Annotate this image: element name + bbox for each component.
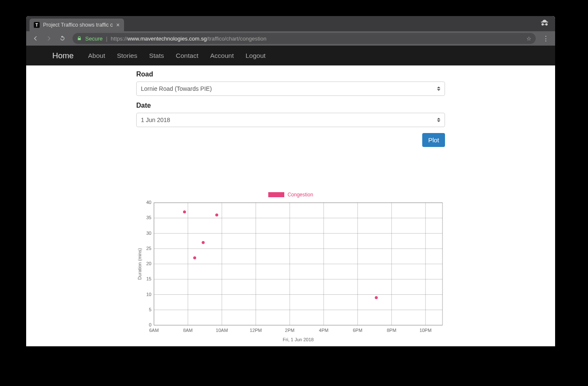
svg-text:4PM: 4PM (319, 328, 329, 333)
close-tab-icon[interactable]: × (116, 22, 120, 28)
svg-text:40: 40 (146, 200, 151, 205)
svg-text:Fri, 1 Jun 2018: Fri, 1 Jun 2018 (283, 337, 313, 342)
svg-text:8PM: 8PM (387, 328, 396, 333)
svg-point-40 (193, 256, 196, 259)
svg-text:10AM: 10AM (216, 328, 228, 333)
chevron-updown-icon (436, 117, 441, 123)
favicon-icon: T (34, 22, 40, 28)
browser-tab-strip: T Project Traffico shows traffic c × (26, 16, 555, 31)
chart-legend: Congestion (136, 192, 445, 198)
address-bar[interactable]: Secure | https://www.maventechnologies.c… (73, 33, 536, 44)
url-text: https://www.maventechnologies.com.sg/tra… (111, 35, 267, 42)
chart-container: Congestion 05101520253035406AM8AM10AM12P… (136, 147, 445, 344)
road-select-value: Lornie Road (Towards PIE) (141, 85, 212, 92)
svg-text:35: 35 (146, 215, 151, 220)
bookmark-star-icon[interactable]: ☆ (526, 35, 531, 42)
svg-text:6PM: 6PM (353, 328, 363, 333)
svg-point-43 (375, 296, 378, 299)
svg-point-42 (215, 214, 218, 217)
date-select-value: 1 Jun 2018 (141, 117, 170, 123)
svg-text:10: 10 (146, 292, 151, 297)
browser-toolbar: Secure | https://www.maventechnologies.c… (26, 31, 555, 46)
new-tab-button[interactable] (124, 23, 131, 24)
browser-menu-button[interactable]: ⋮ (540, 35, 552, 43)
svg-text:Duration (mins): Duration (mins) (137, 248, 142, 280)
svg-point-39 (183, 210, 186, 213)
congestion-chart: 05101520253035406AM8AM10AM12PM2PM4PM6PM8… (136, 200, 445, 344)
svg-text:8AM: 8AM (183, 328, 193, 333)
nav-account[interactable]: Account (210, 52, 234, 60)
nav-stats[interactable]: Stats (149, 52, 164, 60)
reload-button[interactable] (57, 33, 68, 44)
svg-text:15: 15 (146, 276, 151, 281)
lock-icon (77, 36, 82, 41)
svg-text:20: 20 (146, 261, 151, 266)
nav-logout[interactable]: Logout (245, 52, 265, 60)
nav-about[interactable]: About (88, 52, 105, 60)
svg-text:2PM: 2PM (285, 328, 295, 333)
congestion-form: Road Lornie Road (Towards PIE) Date 1 Ju… (136, 65, 445, 127)
svg-text:6AM: 6AM (149, 328, 159, 333)
nav-stories[interactable]: Stories (117, 52, 137, 60)
forward-button[interactable] (43, 33, 55, 44)
tab-title: Project Traffico shows traffic c (43, 22, 113, 28)
browser-tab[interactable]: T Project Traffico shows traffic c × (30, 19, 124, 31)
nav-home[interactable]: Home (52, 51, 74, 60)
browser-window: T Project Traffico shows traffic c × Sec… (26, 16, 555, 346)
date-select[interactable]: 1 Jun 2018 (136, 113, 445, 127)
svg-point-41 (202, 241, 205, 244)
svg-text:30: 30 (146, 231, 151, 236)
svg-text:12PM: 12PM (250, 328, 262, 333)
legend-swatch (268, 192, 284, 197)
legend-label: Congestion (288, 192, 313, 198)
svg-text:25: 25 (146, 246, 151, 251)
date-label: Date (136, 102, 445, 109)
site-navbar: Home About Stories Stats Contact Account… (26, 46, 555, 65)
separator: | (106, 35, 107, 42)
nav-contact[interactable]: Contact (176, 52, 198, 60)
secure-label: Secure (85, 35, 102, 42)
back-button[interactable] (30, 33, 41, 44)
chevron-updown-icon (436, 86, 441, 92)
road-label: Road (136, 71, 445, 78)
svg-text:5: 5 (149, 307, 151, 312)
plot-button[interactable]: Plot (422, 133, 445, 147)
svg-text:0: 0 (149, 322, 151, 327)
incognito-icon (540, 19, 549, 28)
page-content: Road Lornie Road (Towards PIE) Date 1 Ju… (26, 65, 555, 346)
road-select[interactable]: Lornie Road (Towards PIE) (136, 82, 445, 96)
svg-text:10PM: 10PM (419, 328, 432, 333)
